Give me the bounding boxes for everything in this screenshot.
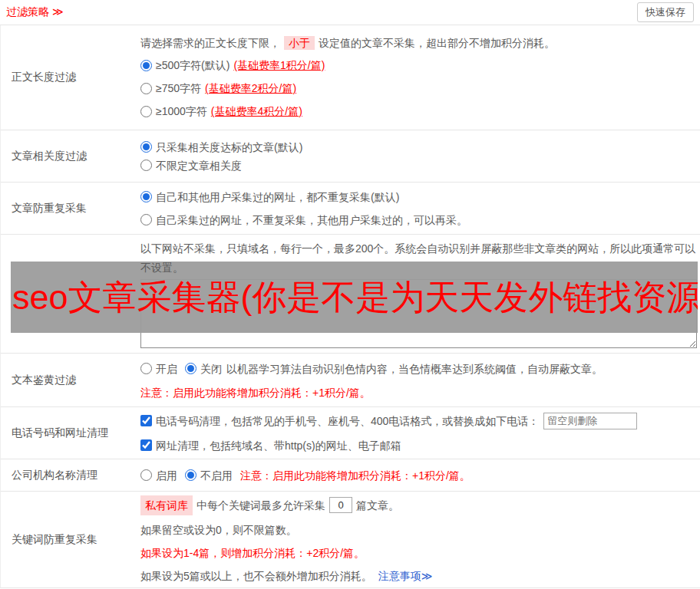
company-clean-off-option[interactable]: 不启用 [185,466,233,485]
length-option-500[interactable]: ≥500字符(默认) (基础费率1积分/篇) [140,56,697,74]
option-fee-note: (基础费率4积分/篇) [211,102,302,120]
length-filter-intro: 请选择需求的正文长度下限，小于设定值的文章不采集，超出部分不增加积分消耗。 [140,35,697,51]
replacement-phone-input[interactable] [543,413,637,429]
relevance-option-any[interactable]: 不限定文章相关度 [140,156,697,175]
option-label: ≥1000字符 [156,102,207,120]
company-clean-on-option[interactable]: 启用 [140,466,177,485]
keyword-dedup-line2: 如果留空或设为0，则不限篇数。 [140,522,697,538]
dedup-filter-label: 文章防重复采集 [1,183,131,234]
less-than-highlight: 小于 [284,36,315,50]
option-label: 自己采集过的网址，不重复采集，其他用户采集过的，可以再采。 [156,211,467,229]
company-clean-label: 公司机构名称清理 [1,459,131,491]
max-articles-input[interactable] [329,497,352,513]
length-option-750-radio[interactable] [140,83,152,94]
page-title: 过滤策略 ≫ [6,5,64,19]
watermark-text: seo文章采集器(你是不是为天天发外链找资源而 [11,275,698,321]
keyword-dedup-line1: 私有词库 中每个关键词最多允许采集 篇文章。 [140,495,697,515]
phone-clean-checkbox[interactable] [140,415,152,426]
section-company-clean: 公司机构名称清理 启用 不启用 注意：启用此功能将增加积分消耗：+1积分/篇。 [1,459,700,492]
keyword-dedup-line3: 如果设为1-4篇，则增加积分消耗：+2积分/篇。 [140,545,697,561]
porn-filter-label: 文本鉴黄过滤 [1,354,131,406]
line1-mid: 中每个关键词最多允许采集 [196,496,325,515]
section-content-length-filter: 正文长度过滤 请选择需求的正文长度下限，小于设定值的文章不采集，超出部分不增加积… [1,25,700,130]
porn-off-radio[interactable] [185,363,196,374]
porn-off-option[interactable]: 关闭 [185,360,222,378]
url-clean-checkbox[interactable] [140,439,152,451]
relevance-option-strict-radio[interactable] [140,141,152,153]
length-option-750[interactable]: ≥750字符 (基础费率2积分/篇) [140,79,697,97]
option-fee-note: (基础费率1积分/篇) [233,56,325,74]
intro-after: 设定值的文章不采集，超出部分不增加积分消耗。 [319,37,555,49]
notice-link[interactable]: 注意事项≫ [378,570,433,582]
section-relevance-filter: 文章相关度过滤 只采集相关度达标的文章(默认) 不限定文章相关度 [1,130,700,183]
porn-filter-note: 注意：启用此功能将增加积分消耗：+1积分/篇。 [140,384,697,401]
porn-on-radio[interactable] [140,363,152,374]
section-dedup-filter: 文章防重复采集 自己和其他用户采集过的网址，都不重复采集(默认) 自己采集过的网… [1,183,700,235]
quick-save-button[interactable]: 快速保存 [637,2,694,22]
option-label: ≥750字符 [156,79,201,97]
option-fee-note: (基础费率2积分/篇) [205,79,296,97]
relevance-option-strict[interactable]: 只采集相关度达标的文章(默认) [140,138,697,156]
option-label: 关闭 [200,360,222,378]
option-label: 不限定文章相关度 [156,156,242,175]
line1-end: 篇文章。 [356,496,399,515]
length-option-500-radio[interactable] [140,60,152,71]
line4-text: 如果设为5篇或以上，也不会额外增加积分消耗。 [140,570,372,582]
section-keyword-dedup: 关键词防重复采集 私有词库 中每个关键词最多允许采集 篇文章。 如果留空或设为0… [1,492,700,587]
relevance-filter-label: 文章相关度过滤 [1,130,131,182]
option-label: 只采集相关度达标的文章(默认) [156,138,302,156]
intro-before: 请选择需求的正文长度下限， [140,37,280,49]
option-label: ≥500字符(默认) [156,56,229,74]
porn-filter-desc: 以机器学习算法自动识别色情内容，当色情概率达到系统阈值，自动屏蔽文章。 [226,360,603,378]
option-label: 开启 [156,360,177,378]
header: 过滤策略 ≫ 快速保存 [0,0,700,25]
length-option-1000-radio[interactable] [140,106,152,117]
private-lexicon-highlight: 私有词库 [140,495,193,515]
option-label: 不启用 [200,466,233,485]
relevance-option-any-radio[interactable] [140,160,152,171]
option-label: 自己和其他用户采集过的网址，都不重复采集(默认) [156,188,399,206]
option-label: 启用 [156,466,177,485]
dedup-option-self-only-radio[interactable] [140,214,152,225]
phone-clean-option[interactable]: 电话号码清理，包括常见的手机号、座机号、400电话格式，或替换成如下电话： [140,412,539,430]
dedup-option-self-only[interactable]: 自己采集过的网址，不重复采集，其他用户采集过的，可以再采。 [140,211,697,229]
dedup-option-all-users[interactable]: 自己和其他用户采集过的网址，都不重复采集(默认) [140,188,697,206]
section-phone-url-clean: 电话号码和网址清理 电话号码清理，包括常见的手机号、座机号、400电话格式，或替… [1,407,700,459]
site-blacklist-desc: 以下网站不采集，只填域名，每行一个，最多200个。系统会自动识别并屏蔽那些非文章… [140,239,697,278]
length-filter-label: 正文长度过滤 [1,25,131,130]
section-porn-filter: 开启 关闭 以机器学习算法自动识别色情内容，当色情概率达到系统阈值，自动屏蔽文章… [1,354,700,407]
company-clean-on-radio[interactable] [140,469,152,481]
porn-on-option[interactable]: 开启 [140,360,177,378]
length-option-1000[interactable]: ≥1000字符 (基础费率4积分/篇) [140,102,697,120]
dedup-option-all-users-radio[interactable] [140,191,152,202]
company-clean-off-radio[interactable] [185,469,196,481]
phone-url-clean-label: 电话号码和网址清理 [1,407,131,459]
keyword-dedup-line4: 如果设为5篇或以上，也不会额外增加积分消耗。注意事项≫ [140,568,697,584]
keyword-dedup-label: 关键词防重复采集 [1,492,131,587]
option-label: 电话号码清理，包括常见的手机号、座机号、400电话格式，或替换成如下电话： [156,412,539,430]
url-clean-option[interactable]: 网址清理，包括纯域名、带http(s)的网址、电子邮箱 [140,436,401,455]
option-label: 网址清理，包括纯域名、带http(s)的网址、电子邮箱 [156,436,401,455]
company-clean-note: 注意：启用此功能将增加积分消耗：+1积分/篇。 [240,466,471,485]
